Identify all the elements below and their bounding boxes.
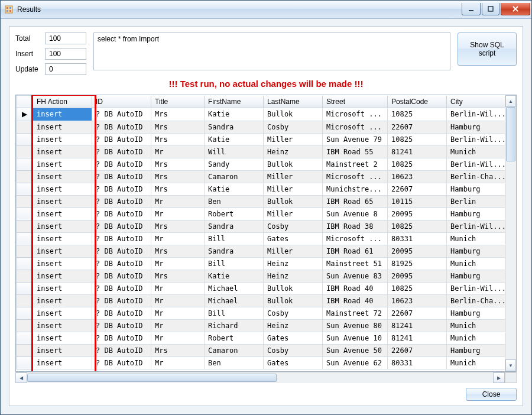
cell-action[interactable]: insert: [33, 220, 92, 232]
row-indicator[interactable]: [17, 133, 33, 145]
cell-id[interactable]: ? DB AutoID: [92, 245, 151, 257]
row-indicator[interactable]: [17, 356, 33, 369]
cell-city[interactable]: Munich: [447, 232, 505, 245]
table-row[interactable]: insert? DB AutoIDMrsCamaronMillerMicroso…: [17, 170, 505, 183]
cell-action[interactable]: insert: [33, 294, 92, 307]
cell-city[interactable]: Berlin-Wil...: [447, 220, 505, 232]
cell-title[interactable]: Mr: [151, 332, 205, 344]
cell-street[interactable]: Microsoft ...: [323, 121, 388, 133]
table-row[interactable]: insert? DB AutoIDMrRobertMillerSun Avenu…: [17, 208, 505, 220]
cell-id[interactable]: ? DB AutoID: [92, 158, 151, 170]
row-indicator[interactable]: [17, 220, 33, 232]
cell-city[interactable]: Berlin: [447, 195, 505, 208]
cell-last[interactable]: Cosby: [264, 121, 323, 133]
col-id[interactable]: ID: [92, 96, 151, 108]
cell-street[interactable]: Mainstreet 51: [323, 257, 388, 270]
cell-action[interactable]: insert: [33, 232, 92, 245]
maximize-button[interactable]: [482, 3, 499, 15]
cell-street[interactable]: Sun Avenue 10: [323, 332, 388, 344]
col-city[interactable]: City: [447, 96, 505, 108]
cell-title[interactable]: Mrs: [151, 220, 205, 232]
row-indicator[interactable]: [17, 319, 33, 332]
cell-city[interactable]: Hamburg: [447, 245, 505, 257]
cell-street[interactable]: IBM Road 38: [323, 220, 388, 232]
cell-postal[interactable]: 80331: [388, 356, 447, 369]
cell-title[interactable]: Mr: [151, 232, 205, 245]
row-indicator[interactable]: [17, 145, 33, 158]
close-window-button[interactable]: [501, 3, 530, 15]
row-indicator[interactable]: [17, 307, 33, 319]
cell-id[interactable]: ? DB AutoID: [92, 270, 151, 282]
cell-title[interactable]: Mr: [151, 282, 205, 294]
show-sql-script-button[interactable]: Show SQL script: [458, 33, 517, 66]
cell-action[interactable]: insert: [33, 208, 92, 220]
scroll-down-arrow-icon[interactable]: ▼: [505, 359, 516, 371]
table-row[interactable]: insert? DB AutoIDMrsKatieMillerSun Avenu…: [17, 133, 505, 145]
cell-postal[interactable]: 81241: [388, 145, 447, 158]
cell-first[interactable]: Sandra: [205, 121, 264, 133]
cell-postal[interactable]: 81925: [388, 257, 447, 270]
cell-first[interactable]: Camaron: [205, 344, 264, 356]
cell-city[interactable]: Berlin-Wil...: [447, 108, 505, 121]
cell-action[interactable]: insert: [33, 170, 92, 183]
row-indicator[interactable]: [17, 208, 33, 220]
cell-action[interactable]: insert: [33, 356, 92, 369]
cell-title[interactable]: Mrs: [151, 245, 205, 257]
minimize-button[interactable]: [462, 3, 481, 15]
row-indicator[interactable]: [17, 183, 33, 195]
cell-city[interactable]: Berlin-Cha...: [447, 170, 505, 183]
cell-postal[interactable]: 20095: [388, 245, 447, 257]
cell-postal[interactable]: 10623: [388, 294, 447, 307]
cell-action[interactable]: insert: [33, 145, 92, 158]
cell-postal[interactable]: 20095: [388, 270, 447, 282]
cell-postal[interactable]: 22607: [388, 307, 447, 319]
cell-city[interactable]: Berlin-Wil...: [447, 282, 505, 294]
col-postal[interactable]: PostalCode: [388, 96, 447, 108]
cell-title[interactable]: Mrs: [151, 133, 205, 145]
scroll-left-arrow-icon[interactable]: ◀: [15, 372, 27, 383]
cell-last[interactable]: Cosby: [264, 220, 323, 232]
row-indicator[interactable]: [17, 195, 33, 208]
cell-action[interactable]: insert: [33, 183, 92, 195]
table-row[interactable]: insert? DB AutoIDMrRichardHeinzSun Avenu…: [17, 319, 505, 332]
cell-last[interactable]: Cosby: [264, 307, 323, 319]
table-row[interactable]: insert? DB AutoIDMrBenGatesSun Avenue 62…: [17, 356, 505, 369]
cell-first[interactable]: Michael: [205, 282, 264, 294]
col-street[interactable]: Street: [323, 96, 388, 108]
cell-city[interactable]: Munich: [447, 257, 505, 270]
column-header-row[interactable]: FH Action ID Title FirstName LastName St…: [17, 96, 505, 108]
cell-first[interactable]: Ben: [205, 356, 264, 369]
cell-last[interactable]: Heinz: [264, 319, 323, 332]
col-fh-action[interactable]: FH Action: [33, 96, 92, 108]
cell-id[interactable]: ? DB AutoID: [92, 294, 151, 307]
cell-last[interactable]: Miller: [264, 183, 323, 195]
cell-first[interactable]: Katie: [205, 183, 264, 195]
close-button[interactable]: Close: [466, 388, 517, 401]
cell-id[interactable]: ? DB AutoID: [92, 307, 151, 319]
scroll-up-arrow-icon[interactable]: ▲: [505, 95, 516, 107]
cell-street[interactable]: Munichstre...: [323, 183, 388, 195]
cell-last[interactable]: Miller: [264, 245, 323, 257]
cell-first[interactable]: Katie: [205, 108, 264, 121]
col-firstname[interactable]: FirstName: [205, 96, 264, 108]
cell-street[interactable]: Mainstreet 72: [323, 307, 388, 319]
cell-last[interactable]: Cosby: [264, 344, 323, 356]
table-row[interactable]: insert? DB AutoIDMrBillHeinzMainstreet 5…: [17, 257, 505, 270]
cell-last[interactable]: Bullok: [264, 294, 323, 307]
cell-postal[interactable]: 22607: [388, 121, 447, 133]
cell-first[interactable]: Sandra: [205, 220, 264, 232]
cell-action[interactable]: insert: [33, 195, 92, 208]
cell-action[interactable]: insert: [33, 282, 92, 294]
cell-title[interactable]: Mr: [151, 356, 205, 369]
cell-street[interactable]: IBM Road 40: [323, 294, 388, 307]
cell-city[interactable]: Hamburg: [447, 208, 505, 220]
cell-last[interactable]: Gates: [264, 332, 323, 344]
cell-city[interactable]: Hamburg: [447, 307, 505, 319]
cell-street[interactable]: Microsoft ...: [323, 170, 388, 183]
cell-postal[interactable]: 10623: [388, 170, 447, 183]
cell-action[interactable]: insert: [33, 270, 92, 282]
row-indicator[interactable]: [17, 344, 33, 356]
cell-id[interactable]: ? DB AutoID: [92, 121, 151, 133]
cell-action[interactable]: insert: [33, 319, 92, 332]
cell-id[interactable]: ? DB AutoID: [92, 257, 151, 270]
